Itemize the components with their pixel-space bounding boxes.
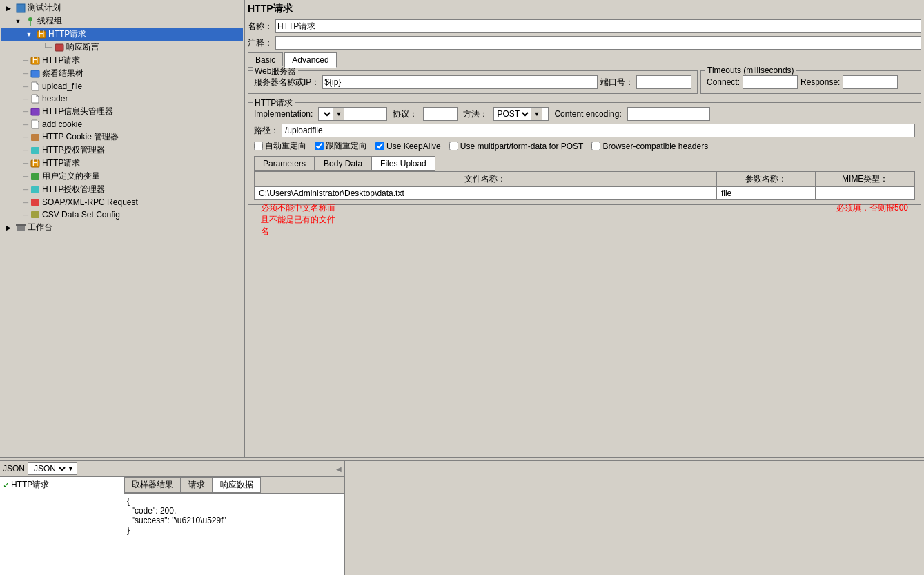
annotation-line2: 且不能是已有的文件	[261, 214, 335, 226]
svg-marker-12	[32, 95, 39, 103]
checkboxes-row: 自动重定向 跟随重定向 Use KeepAlive Use multipart/…	[254, 140, 915, 152]
follow-redirect-checkbox[interactable]: 跟随重定向	[315, 140, 367, 152]
svg-rect-0	[17, 4, 25, 12]
sidebar-item-http-request-3[interactable]: ─ H HTTP请求	[1, 157, 243, 170]
sidebar-item-http-request-1[interactable]: ▼ H HTTP请求	[1, 28, 243, 41]
bottom-inner: JSON JSON ▼ ◀ ✓ HTTP请求	[0, 461, 924, 575]
tab-advanced[interactable]: Advanced	[284, 52, 336, 68]
right-panel: HTTP请求 名称： 注释： Basic Advanced Web服务器	[245, 0, 924, 457]
name-input[interactable]	[275, 19, 921, 33]
workbench-icon	[15, 222, 26, 233]
sidebar-item-thread-group[interactable]: ▼ 线程组	[1, 14, 243, 28]
tab-response-data[interactable]: 响应数据	[213, 477, 261, 493]
port-input[interactable]	[636, 75, 691, 89]
sidebar-item-upload-file[interactable]: ─ upload_file	[1, 80, 243, 92]
connect-input[interactable]	[743, 75, 798, 89]
sidebar-item-label: HTTP Cookie 管理器	[42, 131, 119, 143]
keepalive-checkbox[interactable]: Use KeepAlive	[375, 142, 441, 151]
result-tree-icon	[30, 68, 41, 79]
server-input[interactable]	[322, 75, 598, 89]
app-container: ▶ 测试计划 ▼ 线程组 ▼ H HTTP请求	[0, 0, 924, 575]
json-select[interactable]: JSON	[31, 463, 68, 474]
cell-mimetype[interactable]	[816, 187, 915, 200]
cookie-file-icon	[30, 119, 41, 130]
file-icon	[30, 81, 41, 92]
sidebar-item-http-request-2[interactable]: ─ H HTTP请求	[1, 54, 243, 67]
follow-redirect-input[interactable]	[315, 142, 324, 150]
sidebar-item-header[interactable]: ─ header	[1, 92, 243, 105]
sidebar-item-http-auth-mgr2[interactable]: ─ HTTP授权管理器	[1, 183, 243, 196]
assertion-icon	[54, 42, 65, 53]
result-item-label: HTTP请求	[11, 479, 49, 491]
svg-rect-26	[16, 224, 26, 226]
method-dropdown-arrow[interactable]: ▼	[531, 108, 542, 120]
annotation-line1: 必须不能中文名称而	[261, 202, 335, 214]
svg-marker-9	[32, 82, 39, 90]
sidebar-item-label: header	[42, 94, 68, 104]
comment-row: 注释：	[248, 36, 921, 50]
sidebar-item-assertion[interactable]: └─ 响应断言	[1, 41, 243, 54]
path-input[interactable]	[282, 124, 915, 137]
impl-dropdown-arrow[interactable]: ▼	[333, 108, 344, 120]
auth-icon-2	[30, 184, 41, 195]
sidebar-item-http-auth-mgr[interactable]: ─ HTTP授权管理器	[1, 144, 243, 157]
method-dropdown[interactable]: POST	[494, 108, 531, 120]
multipart-checkbox[interactable]: Use multipart/form-data for POST	[449, 142, 584, 151]
impl-dropdown[interactable]	[319, 108, 333, 120]
json-header: JSON JSON ▼ ◀	[0, 461, 344, 477]
sidebar-item-label: 用户定义的变量	[42, 170, 100, 182]
files-upload-table: 文件名称： 参数名称： MIME类型： C:\Users\Administrat…	[254, 171, 915, 200]
bottom-tab-bar: 取样器结果 请求 响应数据	[124, 477, 344, 494]
json-dropdown-arrow: ▼	[68, 465, 74, 472]
sidebar-item-http-cookie-mgr[interactable]: ─ HTTP Cookie 管理器	[1, 130, 243, 144]
sidebar-item-user-vars[interactable]: ─ 用户定义的变量	[1, 170, 243, 183]
sidebar-item-csv[interactable]: ─ CSV Data Set Config	[1, 208, 243, 221]
sidebar-item-add-cookie[interactable]: ─ add cookie	[1, 118, 243, 130]
tab-sampler-result[interactable]: 取样器结果	[124, 477, 181, 493]
method-select[interactable]: POST ▼	[493, 107, 549, 121]
browser-compat-checkbox[interactable]: Browser-compatible headers	[591, 142, 708, 151]
svg-point-1	[28, 17, 32, 21]
svg-text:H: H	[32, 56, 39, 65]
tab-request[interactable]: 请求	[181, 477, 213, 493]
response-content: { "code": 200, "success": "\u6210\u529f"…	[124, 494, 344, 575]
impl-select[interactable]: ▼	[318, 107, 387, 121]
comment-input[interactable]	[275, 36, 921, 50]
tab-body-data[interactable]: Body Data	[315, 156, 371, 171]
top-section: ▶ 测试计划 ▼ 线程组 ▼ H HTTP请求	[0, 0, 924, 457]
encoding-input[interactable]	[627, 107, 710, 121]
cell-filename[interactable]: C:\Users\Administrator\Desktop\data.txt	[255, 187, 717, 200]
keepalive-input[interactable]	[375, 142, 384, 150]
cell-paramname[interactable]: file	[716, 187, 816, 200]
response-input[interactable]	[843, 75, 898, 89]
auto-redirect-checkbox[interactable]: 自动重定向	[254, 140, 306, 152]
browser-compat-input[interactable]	[591, 142, 600, 150]
sidebar-item-test-plan[interactable]: ▶ 测试计划	[1, 1, 243, 14]
bottom-section: JSON JSON ▼ ◀ ✓ HTTP请求	[0, 461, 924, 575]
sidebar-item-workbench[interactable]: ▶ 工作台	[1, 221, 243, 234]
svg-rect-24	[31, 211, 39, 218]
sidebar-item-http-header-mgr[interactable]: ─ HTTP信息头管理器	[1, 105, 243, 118]
tab-files-upload[interactable]: Files Upload	[371, 156, 435, 171]
auto-redirect-input[interactable]	[254, 142, 263, 150]
cookie-mgr-icon	[30, 132, 41, 143]
result-tree-item[interactable]: ✓ HTTP请求	[1, 478, 122, 491]
json-dropdown[interactable]: JSON ▼	[28, 462, 77, 475]
param-annotation-text: 必须填，否则报500	[836, 203, 908, 213]
response-label: Response:	[800, 77, 840, 87]
sidebar-item-soap[interactable]: ─ SOAP/XML-RPC Request	[1, 196, 243, 208]
tab-parameters[interactable]: Parameters	[254, 156, 315, 171]
multipart-input[interactable]	[449, 142, 458, 150]
svg-rect-25	[17, 226, 25, 231]
result-tree-panel: ✓ HTTP请求	[0, 477, 124, 575]
sidebar-item-label: 工作台	[28, 222, 52, 233]
sidebar-item-result-tree[interactable]: ─ 察看结果树	[1, 67, 243, 80]
http-request-icon: H	[36, 29, 47, 40]
sidebar-item-label: HTTP授权管理器	[42, 144, 105, 156]
param-annotation: 必须填，否则报500	[836, 202, 908, 214]
protocol-input[interactable]	[423, 107, 458, 121]
connect-label: Connect:	[707, 77, 740, 87]
expand-icon: ▼	[23, 29, 35, 40]
sidebar-item-label: 察看结果树	[42, 68, 83, 79]
expand-collapse-left[interactable]: ◀	[336, 465, 342, 473]
